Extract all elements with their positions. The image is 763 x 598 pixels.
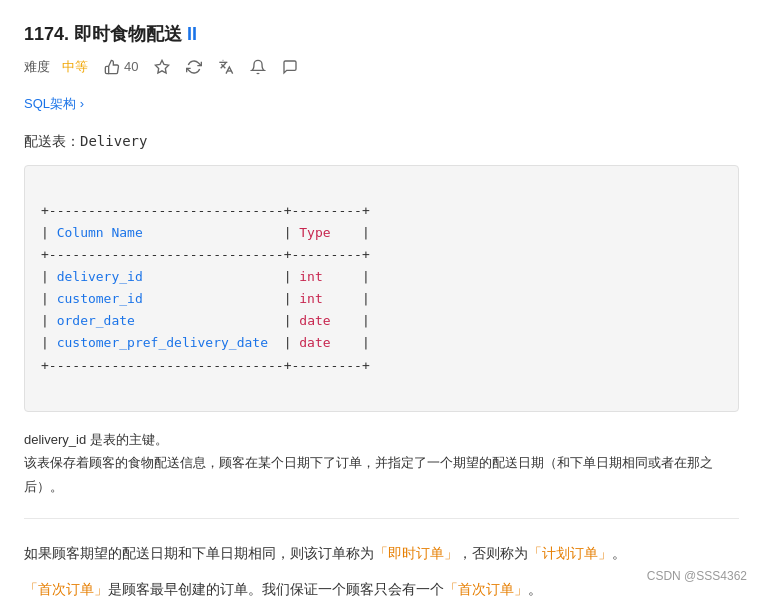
row-pref-date: | customer_pref_delivery_date | date | — [41, 335, 370, 350]
table-label: 配送表：Delivery — [24, 130, 739, 152]
meta-row: 难度 中等 40 — [24, 57, 739, 78]
table-name-text: Delivery — [80, 133, 147, 149]
difficulty: 难度 中等 — [24, 57, 88, 78]
schema-table: +------------------------------+--------… — [24, 165, 739, 412]
title-suffix: II — [187, 24, 197, 44]
q1-middle: ，否则称为 — [458, 545, 528, 561]
q1-end: 。 — [612, 545, 626, 561]
border-top: +------------------------------+--------… — [41, 203, 370, 218]
title-section: 1174. 即时食物配送 II 难度 中等 40 — [24, 20, 739, 78]
row-customer-id: | customer_id | int | — [41, 291, 370, 306]
translate-icon[interactable] — [218, 59, 234, 75]
term-first-order: 「首次订单」 — [24, 581, 108, 597]
table-label-text: 配送表： — [24, 133, 80, 149]
footer: CSDN @SSS4362 — [647, 567, 747, 586]
term1: 「即时订单」 — [374, 545, 458, 561]
comment-icon[interactable] — [282, 59, 298, 75]
row-delivery-id: | delivery_id | int | — [41, 269, 370, 284]
row-order-date: | order_date | date | — [41, 313, 370, 328]
breadcrumb-text: SQL架构 — [24, 96, 76, 111]
breadcrumb[interactable]: SQL架构 › — [24, 94, 739, 115]
refresh-icon[interactable] — [186, 59, 202, 75]
like-icon[interactable]: 40 — [104, 57, 138, 78]
divider — [24, 518, 739, 519]
bell-icon[interactable] — [250, 59, 266, 75]
term3: 「首次订单」 — [444, 581, 528, 597]
problem-title: 1174. 即时食物配送 II — [24, 20, 739, 49]
breadcrumb-arrow: › — [80, 96, 84, 111]
star-icon[interactable] — [154, 59, 170, 75]
difficulty-label: 难度 — [24, 57, 50, 78]
q2-content: 是顾客最早创建的订单。我们保证一个顾客只会有一个 — [108, 581, 444, 597]
term2: 「计划订单」 — [528, 545, 612, 561]
footer-text: CSDN @SSS4362 — [647, 569, 747, 583]
desc-line1: delivery_id 是表的主键。 — [24, 428, 739, 451]
description-block: delivery_id 是表的主键。 该表保存着顾客的食物配送信息，顾客在某个日… — [24, 428, 739, 498]
title-text: 1174. 即时食物配送 — [24, 24, 187, 44]
question-line2: 「首次订单」是顾客最早创建的订单。我们保证一个顾客只会有一个「首次订单」。 — [24, 575, 739, 598]
schema-ascii: +------------------------------+--------… — [41, 178, 722, 399]
q1-before: 如果顾客期望的配送日期和下单日期相同，则该订单称为 — [24, 545, 374, 561]
border-bottom: +------------------------------+--------… — [41, 358, 370, 373]
q2-end: 。 — [528, 581, 542, 597]
question-line1: 如果顾客期望的配送日期和下单日期相同，则该订单称为「即时订单」，否则称为「计划订… — [24, 539, 739, 567]
desc-line2: 该表保存着顾客的食物配送信息，顾客在某个日期下了订单，并指定了一个期望的配送日期… — [24, 451, 739, 498]
table-header: | Column Name | Type | — [41, 225, 370, 240]
separator: +------------------------------+--------… — [41, 247, 370, 262]
svg-marker-0 — [156, 61, 169, 74]
like-count: 40 — [124, 57, 138, 78]
question-block: 如果顾客期望的配送日期和下单日期相同，则该订单称为「即时订单」，否则称为「计划订… — [24, 539, 739, 598]
difficulty-value: 中等 — [62, 57, 88, 78]
